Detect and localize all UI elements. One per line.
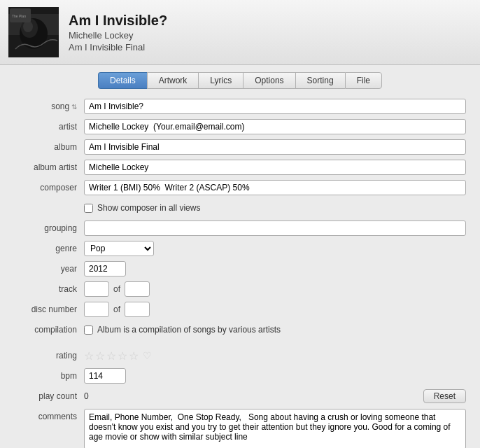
show-composer-checkbox-row: Show composer in all views	[84, 203, 200, 213]
bpm-label: bpm	[14, 371, 84, 381]
composer-label: composer	[14, 183, 84, 192]
artist-input[interactable]	[84, 119, 466, 134]
svg-point-4	[23, 21, 33, 32]
album-artist-label: album artist	[14, 162, 84, 172]
stars-container[interactable]: ☆ ☆ ☆ ☆ ☆ ♡	[84, 349, 152, 363]
disc-row: disc number of	[14, 302, 466, 317]
compilation-check-label: Album is a compilation of songs by vario…	[97, 325, 281, 335]
comments-row: comments Email, Phone Number, One Stop R…	[14, 409, 466, 448]
disc-input[interactable]	[84, 302, 109, 317]
tab-sorting[interactable]: Sorting	[295, 72, 345, 89]
bpm-row: bpm	[14, 368, 466, 384]
album-art: The Plan	[8, 7, 59, 57]
compilation-checkbox[interactable]	[84, 326, 93, 335]
compilation-row: compilation Album is a compilation of so…	[14, 322, 466, 337]
rating-label: rating	[14, 351, 84, 360]
year-row: year	[14, 261, 466, 276]
tab-options[interactable]: Options	[243, 72, 295, 89]
comments-label: comments	[14, 409, 84, 421]
track-input[interactable]	[84, 281, 109, 297]
grouping-label: grouping	[14, 223, 84, 233]
song-row: song	[14, 99, 466, 114]
genre-row: genre PopRockJazzClassicalCountryElectro…	[14, 241, 466, 256]
composer-input[interactable]	[84, 180, 466, 195]
star-1[interactable]: ☆	[84, 349, 94, 363]
show-composer-checkbox[interactable]	[84, 204, 93, 213]
album-input[interactable]	[84, 139, 466, 155]
heart-icon[interactable]: ♡	[143, 350, 152, 361]
tab-bar: Details Artwork Lyrics Options Sorting F…	[0, 65, 480, 89]
composer-row: composer	[14, 180, 466, 195]
svg-text:The Plan: The Plan	[12, 14, 26, 18]
compilation-label: compilation	[14, 325, 84, 335]
show-composer-label: Show composer in all views	[97, 203, 200, 213]
compilation-checkbox-row: Album is a compilation of songs by vario…	[84, 325, 281, 335]
play-count-row: play count 0 Reset	[14, 388, 466, 404]
disc-total-input[interactable]	[125, 302, 150, 317]
track-row: track of	[14, 281, 466, 297]
form-area: song artist album album artist composer …	[0, 89, 480, 448]
song-input[interactable]	[84, 99, 466, 114]
tab-artwork[interactable]: Artwork	[147, 72, 199, 89]
song-label: song	[14, 102, 84, 111]
genre-select[interactable]: PopRockJazzClassicalCountryElectronicHip…	[84, 241, 154, 256]
track-of-label: of	[113, 284, 120, 294]
album-label: album	[14, 142, 84, 152]
bpm-input[interactable]	[84, 368, 126, 384]
grouping-row: grouping	[14, 220, 466, 236]
album-row: album	[14, 139, 466, 155]
header-info: Am I Invisible? Michelle Lockey Am I Inv…	[69, 13, 167, 52]
disc-label: disc number	[14, 304, 84, 314]
album-artist-input[interactable]	[84, 160, 466, 175]
rating-row: rating ☆ ☆ ☆ ☆ ☆ ♡	[14, 348, 466, 363]
header-title: Am I Invisible?	[69, 13, 167, 29]
star-2[interactable]: ☆	[95, 349, 105, 363]
year-input[interactable]	[84, 261, 126, 276]
genre-label: genre	[14, 244, 84, 253]
star-3[interactable]: ☆	[106, 349, 116, 363]
track-label: track	[14, 284, 84, 294]
track-total-input[interactable]	[125, 281, 150, 297]
artist-label: artist	[14, 122, 84, 132]
show-composer-row: Show composer in all views	[14, 200, 466, 216]
star-4[interactable]: ☆	[118, 349, 127, 363]
header: The Plan Am I Invisible? Michelle Lockey…	[0, 0, 480, 65]
artist-row: artist	[14, 119, 466, 134]
grouping-input[interactable]	[84, 220, 466, 236]
header-album: Am I Invisible Final	[69, 42, 167, 52]
header-artist: Michelle Lockey	[69, 30, 167, 41]
tab-details[interactable]: Details	[98, 72, 147, 89]
play-count-container: 0 Reset	[84, 389, 466, 403]
year-label: year	[14, 264, 84, 274]
tab-lyrics[interactable]: Lyrics	[198, 72, 243, 89]
play-count-label: play count	[14, 391, 84, 401]
play-count-value: 0	[84, 391, 423, 401]
tab-file[interactable]: File	[345, 72, 382, 89]
comments-input[interactable]: Email, Phone Number, One Stop Ready, Son…	[84, 409, 466, 448]
reset-button[interactable]: Reset	[423, 389, 466, 403]
disc-of-label: of	[113, 304, 120, 314]
album-artist-row: album artist	[14, 160, 466, 175]
star-5[interactable]: ☆	[129, 349, 139, 363]
